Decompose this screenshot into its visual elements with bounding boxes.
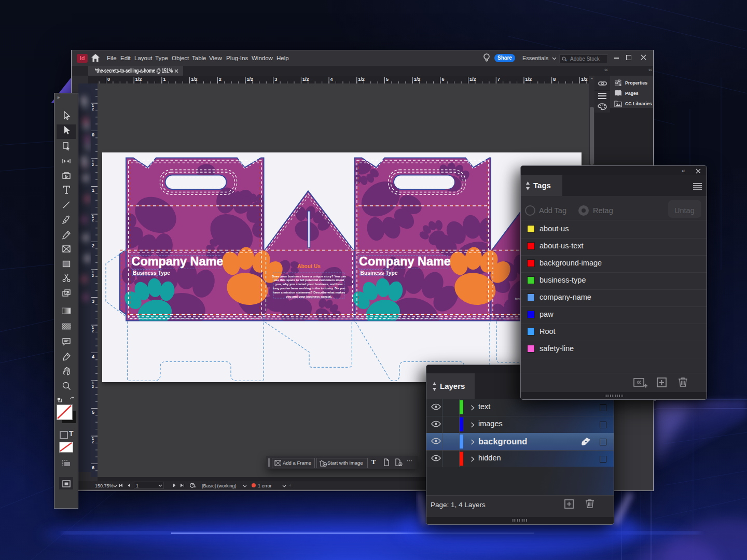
svg-text:1: 1 <box>163 77 165 82</box>
svg-text:3: 3 <box>92 299 94 304</box>
svg-text:2: 2 <box>92 218 94 222</box>
svg-text:2: 2 <box>92 274 94 277</box>
svg-text:3: 3 <box>274 77 277 82</box>
svg-text:1/2: 1/2 <box>469 77 476 82</box>
svg-text:4: 4 <box>330 77 333 82</box>
svg-text:0: 0 <box>92 132 94 137</box>
svg-text:have a mission statement? Desc: have a mission statement? Describe what … <box>273 291 345 294</box>
svg-text:1/2: 1/2 <box>191 77 198 82</box>
svg-text:you and your business special.: you and your business special. <box>286 295 332 298</box>
svg-text:1: 1 <box>92 159 94 163</box>
svg-text:4: 4 <box>92 354 94 359</box>
svg-text:6: 6 <box>92 465 94 470</box>
svg-text:1/2: 1/2 <box>581 77 588 82</box>
svg-text:Does your business have a uniq: Does your business have a unique story? … <box>272 275 346 278</box>
svg-text:Business Type: Business Type <box>133 270 170 276</box>
svg-text:About Us: About Us <box>297 263 321 269</box>
svg-text:2: 2 <box>219 77 222 82</box>
svg-text:1: 1 <box>92 326 94 329</box>
svg-text:1: 1 <box>92 188 94 193</box>
svg-text:Company Name: Company Name <box>359 255 451 268</box>
svg-text:you, why you started your busi: you, why you started your business, and … <box>275 283 343 286</box>
svg-text:2: 2 <box>92 329 94 333</box>
svg-text:0: 0 <box>107 77 110 82</box>
svg-text:long you've been working in th: long you've been working in the industry… <box>273 287 345 290</box>
svg-text:1/2: 1/2 <box>247 77 254 82</box>
svg-text:1/2: 1/2 <box>525 77 532 82</box>
svg-text:5: 5 <box>386 77 389 82</box>
svg-text:1: 1 <box>92 437 94 440</box>
svg-text:1/2: 1/2 <box>302 77 309 82</box>
svg-text:1: 1 <box>92 270 94 274</box>
svg-text:1: 1 <box>92 215 94 218</box>
svg-text:1/2: 1/2 <box>414 77 421 82</box>
svg-text:2: 2 <box>92 163 94 166</box>
svg-text:1/2: 1/2 <box>358 77 365 82</box>
svg-text:7: 7 <box>497 77 500 82</box>
svg-text:2: 2 <box>92 243 94 248</box>
svg-text:8: 8 <box>553 77 556 82</box>
svg-text:2: 2 <box>92 440 94 444</box>
svg-text:1: 1 <box>92 381 94 385</box>
svg-text:1: 1 <box>92 104 94 107</box>
svg-text:Business Type: Business Type <box>361 270 398 276</box>
svg-text:6: 6 <box>441 77 444 82</box>
svg-text:Company Name: Company Name <box>132 255 224 268</box>
svg-text:2: 2 <box>92 107 94 111</box>
svg-text:5: 5 <box>92 410 94 415</box>
svg-text:use this space to tell potenti: use this space to tell potential custome… <box>274 278 344 282</box>
svg-text:1/2: 1/2 <box>135 77 142 82</box>
svg-text:2: 2 <box>92 385 94 388</box>
